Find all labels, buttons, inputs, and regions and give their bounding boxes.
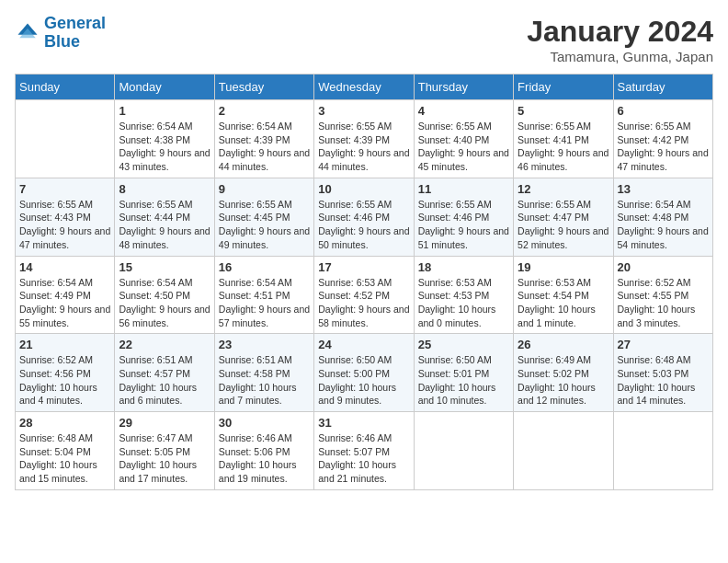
day-number: 1 (119, 104, 210, 118)
day-number: 8 (119, 182, 210, 196)
day-number: 14 (19, 260, 110, 274)
cell-info: Sunrise: 6:49 AMSunset: 5:02 PMDaylight:… (518, 353, 609, 408)
day-number: 27 (618, 338, 709, 351)
cell-info: Sunrise: 6:54 AMSunset: 4:38 PMDaylight:… (119, 120, 210, 174)
day-number: 9 (219, 182, 310, 196)
day-number: 28 (19, 416, 110, 430)
calendar-cell: 1Sunrise: 6:54 AMSunset: 4:38 PMDaylight… (115, 100, 214, 178)
calendar-cell: 9Sunrise: 6:55 AMSunset: 4:45 PMDaylight… (214, 178, 313, 256)
calendar-cell: 5Sunrise: 6:55 AMSunset: 4:41 PMDaylight… (514, 100, 613, 178)
calendar-cell: 8Sunrise: 6:55 AMSunset: 4:44 PMDaylight… (115, 178, 214, 256)
cell-info: Sunrise: 6:46 AMSunset: 5:07 PMDaylight:… (318, 431, 409, 486)
cell-info: Sunrise: 6:55 AMSunset: 4:43 PMDaylight:… (19, 198, 110, 252)
calendar-cell: 17Sunrise: 6:53 AMSunset: 4:52 PMDayligh… (314, 256, 414, 334)
cell-info: Sunrise: 6:55 AMSunset: 4:46 PMDaylight:… (418, 198, 509, 252)
day-number: 15 (119, 260, 210, 274)
calendar-cell: 6Sunrise: 6:55 AMSunset: 4:42 PMDaylight… (613, 100, 712, 178)
day-number: 6 (618, 104, 709, 118)
week-row-5: 28Sunrise: 6:48 AMSunset: 5:04 PMDayligh… (16, 412, 713, 490)
logo-text: General Blue (44, 15, 106, 52)
calendar-cell: 29Sunrise: 6:47 AMSunset: 5:05 PMDayligh… (115, 412, 214, 490)
title-block: January 2024 Tamamura, Gunma, Japan (527, 15, 713, 64)
cell-info: Sunrise: 6:55 AMSunset: 4:46 PMDaylight:… (318, 198, 409, 252)
day-number: 17 (318, 260, 409, 274)
day-number: 21 (19, 338, 110, 351)
calendar-cell: 31Sunrise: 6:46 AMSunset: 5:07 PMDayligh… (314, 412, 414, 490)
calendar-cell: 4Sunrise: 6:55 AMSunset: 4:40 PMDaylight… (414, 100, 513, 178)
day-header-sunday: Sunday (16, 75, 115, 100)
day-number: 4 (418, 104, 509, 118)
day-number: 23 (219, 338, 310, 351)
cell-info: Sunrise: 6:55 AMSunset: 4:40 PMDaylight:… (418, 120, 509, 174)
day-number: 2 (219, 104, 310, 118)
cell-info: Sunrise: 6:50 AMSunset: 5:01 PMDaylight:… (418, 353, 509, 408)
cell-info: Sunrise: 6:48 AMSunset: 5:04 PMDaylight:… (19, 431, 110, 486)
calendar-cell: 20Sunrise: 6:52 AMSunset: 4:55 PMDayligh… (613, 256, 712, 334)
calendar-cell: 25Sunrise: 6:50 AMSunset: 5:01 PMDayligh… (414, 334, 513, 412)
cell-info: Sunrise: 6:54 AMSunset: 4:51 PMDaylight:… (219, 276, 310, 330)
logo: General Blue (15, 15, 106, 52)
calendar-cell: 10Sunrise: 6:55 AMSunset: 4:46 PMDayligh… (314, 178, 414, 256)
week-row-4: 21Sunrise: 6:52 AMSunset: 4:56 PMDayligh… (16, 334, 713, 412)
day-number: 13 (618, 182, 709, 196)
cell-info: Sunrise: 6:52 AMSunset: 4:56 PMDaylight:… (19, 353, 110, 408)
day-number: 31 (318, 416, 409, 430)
day-number: 19 (518, 260, 609, 274)
day-number: 5 (518, 104, 609, 118)
week-row-2: 7Sunrise: 6:55 AMSunset: 4:43 PMDaylight… (16, 178, 713, 256)
day-header-tuesday: Tuesday (214, 75, 313, 100)
calendar-cell: 27Sunrise: 6:48 AMSunset: 5:03 PMDayligh… (613, 334, 712, 412)
week-row-1: 1Sunrise: 6:54 AMSunset: 4:38 PMDaylight… (16, 100, 713, 178)
calendar-cell: 18Sunrise: 6:53 AMSunset: 4:53 PMDayligh… (414, 256, 513, 334)
calendar-cell (414, 412, 513, 490)
calendar-cell: 23Sunrise: 6:51 AMSunset: 4:58 PMDayligh… (214, 334, 313, 412)
day-number: 29 (119, 416, 210, 430)
logo-line2: Blue (44, 32, 80, 51)
location-title: Tamamura, Gunma, Japan (527, 49, 713, 64)
day-number: 12 (518, 182, 609, 196)
day-number: 18 (418, 260, 509, 274)
cell-info: Sunrise: 6:54 AMSunset: 4:39 PMDaylight:… (219, 120, 310, 174)
cell-info: Sunrise: 6:51 AMSunset: 4:57 PMDaylight:… (119, 353, 210, 408)
calendar-cell: 3Sunrise: 6:55 AMSunset: 4:39 PMDaylight… (314, 100, 414, 178)
day-header-monday: Monday (115, 75, 214, 100)
calendar-cell: 16Sunrise: 6:54 AMSunset: 4:51 PMDayligh… (214, 256, 313, 334)
calendar-cell: 22Sunrise: 6:51 AMSunset: 4:57 PMDayligh… (115, 334, 214, 412)
logo-icon (15, 20, 40, 46)
day-header-friday: Friday (514, 75, 613, 100)
day-number: 20 (618, 260, 709, 274)
cell-info: Sunrise: 6:46 AMSunset: 5:06 PMDaylight:… (219, 431, 310, 486)
day-number: 24 (318, 338, 409, 351)
calendar-cell: 19Sunrise: 6:53 AMSunset: 4:54 PMDayligh… (514, 256, 613, 334)
day-number: 30 (219, 416, 310, 430)
cell-info: Sunrise: 6:54 AMSunset: 4:48 PMDaylight:… (618, 198, 709, 252)
cell-info: Sunrise: 6:51 AMSunset: 4:58 PMDaylight:… (219, 353, 310, 408)
cell-info: Sunrise: 6:52 AMSunset: 4:55 PMDaylight:… (618, 276, 709, 330)
day-number: 10 (318, 182, 409, 196)
cell-info: Sunrise: 6:55 AMSunset: 4:41 PMDaylight:… (518, 120, 609, 174)
cell-info: Sunrise: 6:53 AMSunset: 4:54 PMDaylight:… (518, 276, 609, 330)
calendar-cell: 28Sunrise: 6:48 AMSunset: 5:04 PMDayligh… (16, 412, 115, 490)
day-number: 16 (219, 260, 310, 274)
day-number: 3 (318, 104, 409, 118)
calendar-cell: 7Sunrise: 6:55 AMSunset: 4:43 PMDaylight… (16, 178, 115, 256)
day-number: 26 (518, 338, 609, 351)
cell-info: Sunrise: 6:55 AMSunset: 4:45 PMDaylight:… (219, 198, 310, 252)
day-header-thursday: Thursday (414, 75, 513, 100)
day-number: 7 (19, 182, 110, 196)
page-header: General Blue January 2024 Tamamura, Gunm… (15, 15, 713, 64)
day-number: 11 (418, 182, 509, 196)
calendar-cell: 26Sunrise: 6:49 AMSunset: 5:02 PMDayligh… (514, 334, 613, 412)
cell-info: Sunrise: 6:54 AMSunset: 4:49 PMDaylight:… (19, 276, 110, 330)
cell-info: Sunrise: 6:53 AMSunset: 4:53 PMDaylight:… (418, 276, 509, 330)
day-number: 22 (119, 338, 210, 351)
calendar-cell (514, 412, 613, 490)
calendar-cell: 30Sunrise: 6:46 AMSunset: 5:06 PMDayligh… (214, 412, 313, 490)
calendar-cell: 21Sunrise: 6:52 AMSunset: 4:56 PMDayligh… (16, 334, 115, 412)
calendar-cell (16, 100, 115, 178)
calendar-cell: 13Sunrise: 6:54 AMSunset: 4:48 PMDayligh… (613, 178, 712, 256)
cell-info: Sunrise: 6:48 AMSunset: 5:03 PMDaylight:… (618, 353, 709, 408)
day-header-wednesday: Wednesday (314, 75, 414, 100)
week-row-3: 14Sunrise: 6:54 AMSunset: 4:49 PMDayligh… (16, 256, 713, 334)
cell-info: Sunrise: 6:55 AMSunset: 4:42 PMDaylight:… (618, 120, 709, 174)
